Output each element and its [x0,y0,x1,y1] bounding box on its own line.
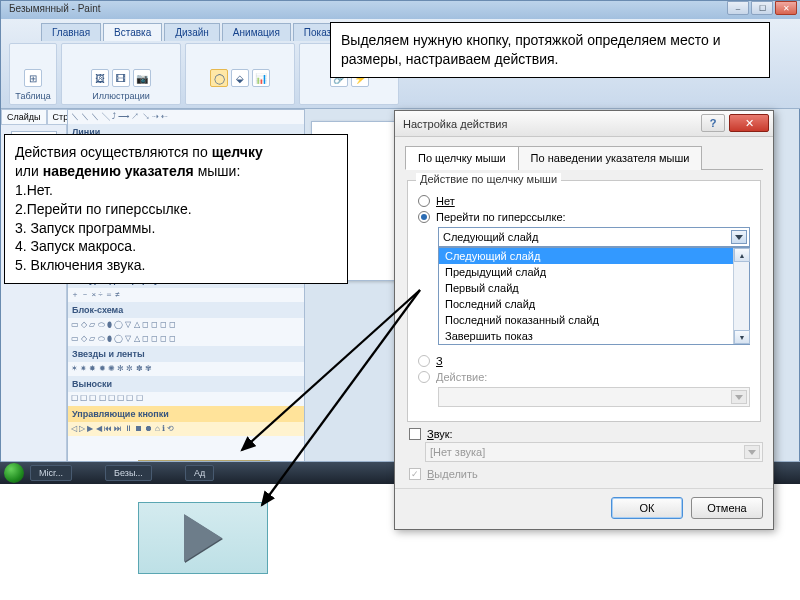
combo-value: Следующий слайд [443,231,538,243]
annotation-callout-left: Действия осуществляются по щелчку или на… [4,134,348,284]
radio-action-label: Действие: [436,371,487,383]
radio-action [418,371,430,383]
chevron-down-icon [731,390,747,404]
ribbon-tab[interactable]: Анимация [222,23,291,41]
tab-on-click[interactable]: По щелчку мыши [405,146,519,170]
minimize-button[interactable]: – [727,1,749,15]
paint-title: Безымянный - Paint [9,3,100,14]
action-buttons-row[interactable]: ◁ ▷ ▶ ◀ ⏮ ⏭ ⏸ ⏹ ⏺ ⌂ ℹ ⟲ [68,422,304,436]
scrollbar[interactable]: ▲ ▼ [733,248,749,344]
shapes-icon[interactable]: ◯ [210,69,228,87]
taskbar-button[interactable]: Безы... [105,465,152,481]
scroll-up-icon[interactable]: ▲ [734,248,750,262]
maximize-button[interactable]: ☐ [751,1,773,15]
radio-run-program[interactable] [418,355,430,367]
picture-icon[interactable]: 🖼 [91,69,109,87]
taskbar-button[interactable]: Micr... [30,465,72,481]
dropdown-option[interactable]: Завершить показ [439,328,749,344]
radio-run-program-label: З [436,355,443,367]
checkbox-highlight-label: Выделить [427,468,478,480]
dropdown-option[interactable]: Последний слайд [439,296,749,312]
slides-tab[interactable]: Слайды [1,109,47,125]
dropdown-option[interactable]: Следующий слайд [439,248,749,264]
window-controls-outer: – ☐ ✕ [727,1,797,15]
ribbon-tab[interactable]: Главная [41,23,101,41]
dialog-tabs: По щелчку мыши По наведении указателя мы… [405,145,763,170]
dialog-buttons: ОК Отмена [395,488,773,529]
ok-button[interactable]: ОК [611,497,683,519]
taskbar-button[interactable]: Ад [185,465,214,481]
gallery-heading-action-buttons: Управляющие кнопки [68,406,304,422]
paint-titlebar: Безымянный - Paint – ☐ ✕ [1,1,800,19]
radio-hyperlink-label: Перейти по гиперссылке: [436,211,566,223]
dialog-titlebar[interactable]: Настройка действия ? ✕ [395,111,773,137]
ribbon-tab[interactable]: Дизайн [164,23,220,41]
chart-icon[interactable]: 📊 [252,69,270,87]
tab-on-hover[interactable]: По наведении указателя мыши [518,146,703,170]
smartart-icon[interactable]: ⬙ [231,69,249,87]
scroll-down-icon[interactable]: ▼ [734,330,750,344]
fieldset-legend: Действие по щелчку мыши [416,173,561,185]
dropdown-option[interactable]: Первый слайд [439,280,749,296]
ribbon-group-shapes: ◯ ⬙ 📊 [185,43,295,105]
action-settings-dialog: Настройка действия ? ✕ По щелчку мыши По… [394,110,774,530]
ribbon-group-illustrations: 🖼 🎞 📷 Иллюстрации [61,43,181,105]
radio-hyperlink[interactable] [418,211,430,223]
click-action-fieldset: Действие по щелчку мыши Нет Перейти по г… [407,180,761,422]
gallery-heading: Блок-схема [68,302,304,318]
dropdown-option[interactable]: Последний показанный слайд [439,312,749,328]
close-button[interactable]: ✕ [729,114,769,132]
checkbox-sound[interactable] [409,428,421,440]
clip-icon[interactable]: 🎞 [112,69,130,87]
sound-combo: [Нет звука] [425,442,763,462]
album-icon[interactable]: 📷 [133,69,151,87]
gallery-heading: Выноски [68,376,304,392]
radio-none[interactable] [418,195,430,207]
chevron-down-icon [744,445,760,459]
close-button[interactable]: ✕ [775,1,797,15]
dropdown-option[interactable]: Предыдущий слайд [439,264,749,280]
checkbox-sound-label: Звук: [427,428,453,440]
gallery-heading: Звезды и ленты [68,346,304,362]
ribbon-group-table[interactable]: ⊞ Таблица [9,43,57,105]
ribbon-tab[interactable]: Вставка [103,23,162,41]
action-combo [438,387,750,407]
chevron-down-icon[interactable] [731,230,747,244]
play-icon [184,514,222,562]
start-button[interactable] [4,463,24,483]
hyperlink-dropdown-list: Следующий слайд Предыдущий слайд Первый … [438,247,750,345]
radio-none-label: Нет [436,195,455,207]
help-button[interactable]: ? [701,114,725,132]
action-button-demo [138,502,268,574]
annotation-callout-top: Выделяем нужную кнопку, протяжкой опреде… [330,22,770,78]
table-icon: ⊞ [24,69,42,87]
hyperlink-combo[interactable]: Следующий слайд Следующий слайд Предыдущ… [438,227,750,247]
cancel-button[interactable]: Отмена [691,497,763,519]
checkbox-highlight: ✓ [409,468,421,480]
dialog-title: Настройка действия [403,118,507,130]
